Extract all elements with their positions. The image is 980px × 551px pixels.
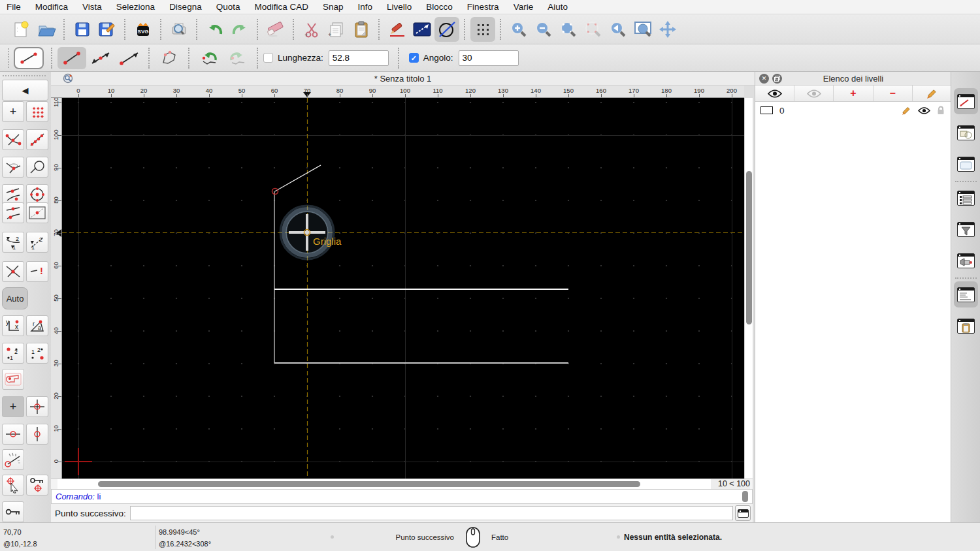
snap-endpoint-button[interactable] xyxy=(2,129,24,150)
restrict-horizontal-button[interactable] xyxy=(2,424,24,445)
print-preview-button[interactable] xyxy=(167,17,191,42)
edit-line-button[interactable] xyxy=(410,17,434,42)
dock-command-toggle[interactable] xyxy=(954,281,978,307)
snap-free-button[interactable]: + xyxy=(2,101,24,122)
open-file-button[interactable] xyxy=(34,17,59,42)
drawing-window-titlebar[interactable]: * Senza titolo 1 xyxy=(51,72,755,86)
vertical-scrollbar-thumb[interactable] xyxy=(746,171,752,324)
menu-item-quota[interactable]: Quota xyxy=(216,2,240,12)
toolbar-handle[interactable] xyxy=(8,48,10,68)
polyline-button[interactable] xyxy=(155,47,184,69)
order-backward-button[interactable]: 12 xyxy=(26,343,48,364)
active-tool-indicator[interactable] xyxy=(14,47,44,69)
layer-lock-icon[interactable] xyxy=(937,106,945,115)
undo-segment-button[interactable] xyxy=(195,47,223,69)
snap-on-entity-button[interactable] xyxy=(26,129,48,150)
zoom-previous-button[interactable] xyxy=(581,17,606,42)
snap-middle-button[interactable] xyxy=(2,202,24,223)
snap-tangent-button[interactable] xyxy=(26,157,48,178)
restrict-nothing-button[interactable]: + xyxy=(2,396,24,417)
back-button[interactable]: ◀ xyxy=(2,80,48,101)
draw-pen-button[interactable] xyxy=(385,17,410,42)
line-ray-button[interactable] xyxy=(115,47,144,69)
zoom-redraw-button[interactable] xyxy=(606,17,630,42)
pick-entity-button[interactable] xyxy=(2,475,24,496)
menu-item-disegna[interactable]: Disegna xyxy=(169,2,202,12)
edit-layer-button[interactable] xyxy=(913,86,951,101)
restrict-vertical-button[interactable] xyxy=(26,424,48,445)
paste-button[interactable] xyxy=(349,17,374,42)
menu-item-aiuto[interactable]: Aiuto xyxy=(547,2,568,12)
hide-all-layers-button[interactable] xyxy=(794,86,834,101)
angle-input[interactable] xyxy=(459,50,519,66)
menu-item-vista[interactable]: Vista xyxy=(82,2,102,12)
dock-clipboard-toggle[interactable] xyxy=(954,313,978,339)
new-file-button[interactable] xyxy=(9,17,34,42)
coordinate-cartesian-button[interactable]: yx xyxy=(2,315,24,336)
layer-edit-icon[interactable] xyxy=(902,106,911,116)
dock-drawing-toggle[interactable] xyxy=(954,88,978,114)
command-input[interactable] xyxy=(130,506,733,520)
dock-library-toggle[interactable] xyxy=(954,185,978,211)
line-tool-button[interactable] xyxy=(57,47,86,69)
grid-toggle-button[interactable] xyxy=(470,17,495,42)
redo-button[interactable] xyxy=(227,17,252,42)
undo-button[interactable] xyxy=(203,17,227,42)
line-bidirectional-button[interactable] xyxy=(86,47,115,69)
snap-grid-button[interactable] xyxy=(26,101,48,122)
snap-selected-button[interactable] xyxy=(2,369,24,390)
menu-item-modifica-cad[interactable]: Modifica CAD xyxy=(254,2,308,12)
dock-filter-toggle[interactable] xyxy=(954,216,978,242)
add-layer-button[interactable]: + xyxy=(834,86,873,101)
horizontal-scrollbar-thumb[interactable] xyxy=(98,481,640,487)
layer-row[interactable]: 0 xyxy=(755,103,951,118)
snap-intersection-manual-button[interactable]: ! xyxy=(26,261,48,282)
dock-preview-toggle[interactable] xyxy=(954,151,978,177)
eraser-button[interactable] xyxy=(263,17,288,42)
menu-item-finestra[interactable]: Finestra xyxy=(467,2,499,12)
dock-plugins-toggle[interactable] xyxy=(954,247,978,274)
snap-perpendicular-button[interactable] xyxy=(2,157,24,178)
save-as-button[interactable] xyxy=(95,17,120,42)
menu-item-info[interactable]: Info xyxy=(358,2,373,12)
snap-reference-button[interactable] xyxy=(26,202,48,223)
command-history-scrollbar[interactable] xyxy=(740,491,749,503)
toolbar-handle[interactable] xyxy=(3,75,46,76)
save-button[interactable] xyxy=(70,17,95,42)
angle-gauge-button[interactable] xyxy=(2,449,24,470)
menu-item-modifica[interactable]: Modifica xyxy=(35,2,68,12)
lock-relative-zero-button[interactable] xyxy=(26,475,48,496)
zoom-out-button[interactable] xyxy=(531,17,556,42)
coordinate-polar-button[interactable]: ra xyxy=(26,315,48,336)
cut-button[interactable]: + xyxy=(299,17,324,42)
menu-item-snap[interactable]: Snap xyxy=(323,2,344,12)
restrict-order-2-button[interactable]: 21 xyxy=(26,232,48,253)
set-relative-zero-button[interactable] xyxy=(2,501,24,522)
redo-segment-button[interactable] xyxy=(223,47,252,69)
snap-auto-button[interactable]: Auto xyxy=(2,287,28,309)
snap-intersection-button[interactable] xyxy=(2,261,24,282)
length-input[interactable] xyxy=(329,50,389,66)
command-dock-button[interactable] xyxy=(735,505,751,521)
restrict-order-1-button[interactable]: 21 xyxy=(2,232,24,253)
menu-item-file[interactable]: File xyxy=(7,2,21,12)
draw-circle-slash-button[interactable] xyxy=(434,17,459,42)
zoom-pan-button[interactable] xyxy=(655,17,680,42)
order-forward-button[interactable]: 21 xyxy=(2,343,24,364)
zoom-auto-button[interactable] xyxy=(556,17,581,42)
remove-layer-button[interactable]: − xyxy=(874,86,913,101)
show-all-layers-button[interactable] xyxy=(755,86,794,101)
restrict-orthogonal-button[interactable] xyxy=(26,396,48,417)
zoom-in-button[interactable] xyxy=(506,17,531,42)
export-svg-button[interactable]: SVG xyxy=(131,17,155,42)
length-checkbox[interactable] xyxy=(263,53,273,63)
menu-item-varie[interactable]: Varie xyxy=(514,2,534,12)
menu-item-blocco[interactable]: Blocco xyxy=(426,2,453,12)
command-history-scrollbar-thumb[interactable] xyxy=(742,491,748,502)
horizontal-scrollbar[interactable] xyxy=(57,479,712,489)
zoom-window-button[interactable] xyxy=(630,17,655,42)
drawing-canvas[interactable]: Griglia xyxy=(62,98,744,479)
dock-blocks-toggle[interactable] xyxy=(954,119,978,146)
layer-visible-icon[interactable] xyxy=(918,107,930,114)
menu-item-livello[interactable]: Livello xyxy=(387,2,412,12)
